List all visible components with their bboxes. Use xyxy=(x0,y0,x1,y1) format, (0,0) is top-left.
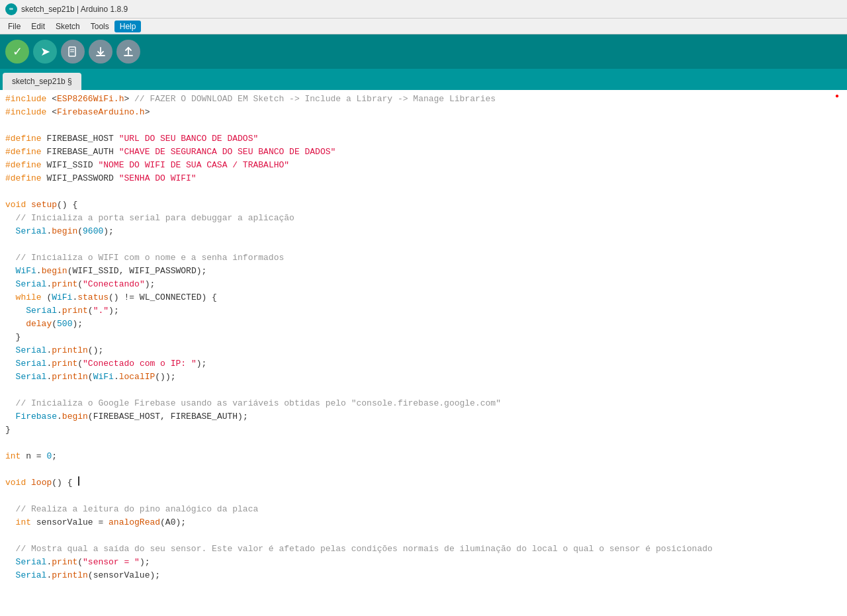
code-editor[interactable]: ● #include <ESP8266WiFi.h> // FAZER O DO… xyxy=(0,90,847,616)
code-line: } xyxy=(0,331,847,344)
code-line: // Inicializa o WIFI com o nome e a senh… xyxy=(0,251,847,265)
code-line: #define FIREBASE_HOST "URL DO SEU BANCO … xyxy=(0,132,847,146)
code-line: void setup() { xyxy=(0,198,847,212)
arduino-logo-icon: ∞ xyxy=(5,3,17,15)
menu-edit[interactable]: Edit xyxy=(26,21,50,32)
code-line xyxy=(0,384,847,397)
code-line: Serial.println(); xyxy=(0,344,847,357)
menu-help[interactable]: Help xyxy=(114,21,142,32)
code-line: Firebase.begin(FIREBASE_HOST, FIREBASE_A… xyxy=(0,410,847,423)
code-line xyxy=(0,529,847,543)
code-line: WiFi.begin(WIFI_SSID, WIFI_PASSWORD); xyxy=(0,265,847,278)
code-line: // Mostra qual a saída do seu sensor. Es… xyxy=(0,543,847,556)
code-line: int n = 0; xyxy=(0,450,847,463)
title-bar: ∞ sketch_sep21b | Arduino 1.8.9 xyxy=(0,0,847,19)
window-title: sketch_sep21b | Arduino 1.8.9 xyxy=(21,5,128,14)
code-line: delay(500); xyxy=(0,318,847,331)
code-line: // Inicializa a porta serial para debugg… xyxy=(0,212,847,225)
sketch-tab[interactable]: sketch_sep21b § xyxy=(3,73,81,90)
code-line xyxy=(0,119,847,132)
upload-button[interactable]: ➤ xyxy=(33,40,57,64)
code-line: Serial.print("Conectado com o IP: "); xyxy=(0,357,847,371)
verify-button[interactable]: ✓ xyxy=(5,40,29,64)
code-line xyxy=(0,238,847,251)
error-dot: ● xyxy=(835,93,839,100)
code-line: #define FIREBASE_AUTH "CHAVE DE SEGURANC… xyxy=(0,146,847,159)
menu-bar: File Edit Sketch Tools Help xyxy=(0,19,847,34)
new-button[interactable] xyxy=(61,40,85,64)
code-line: void loop() { xyxy=(0,476,847,490)
code-line: #include <ESP8266WiFi.h> // FAZER O DOWN… xyxy=(0,93,847,106)
code-line: Serial.println(sensorValue); xyxy=(0,569,847,582)
code-line: // Realiza a leitura do pino analógico d… xyxy=(0,503,847,516)
open-button[interactable] xyxy=(89,40,112,64)
code-line: #define WIFI_PASSWORD "SENHA DO WIFI" xyxy=(0,172,847,185)
code-line: Serial.begin(9600); xyxy=(0,225,847,238)
code-line: // Inicializa o Google Firebase usando a… xyxy=(0,397,847,410)
code-line: Serial.print("Conectando"); xyxy=(0,278,847,291)
menu-file[interactable]: File xyxy=(3,21,26,32)
code-line xyxy=(0,437,847,450)
code-line: #define WIFI_SSID "NOME DO WIFI DE SUA C… xyxy=(0,159,847,172)
code-line: Serial.print("sensor = "); xyxy=(0,556,847,569)
code-line xyxy=(0,490,847,503)
toolbar: ✓ ➤ xyxy=(0,34,847,69)
code-line xyxy=(0,185,847,198)
menu-sketch[interactable]: Sketch xyxy=(50,21,85,32)
tab-bar: sketch_sep21b § xyxy=(0,69,847,90)
code-line: #include <FirebaseArduino.h> xyxy=(0,106,847,119)
code-line: Serial.print("."); xyxy=(0,304,847,318)
code-line: Serial.println(WiFi.localIP()); xyxy=(0,371,847,384)
menu-tools[interactable]: Tools xyxy=(85,21,114,32)
save-button[interactable] xyxy=(116,40,140,64)
code-line: } xyxy=(0,423,847,437)
code-line: while (WiFi.status() != WL_CONNECTED) { xyxy=(0,291,847,304)
code-line: int sensorValue = analogRead(A0); xyxy=(0,516,847,529)
code-line xyxy=(0,463,847,476)
